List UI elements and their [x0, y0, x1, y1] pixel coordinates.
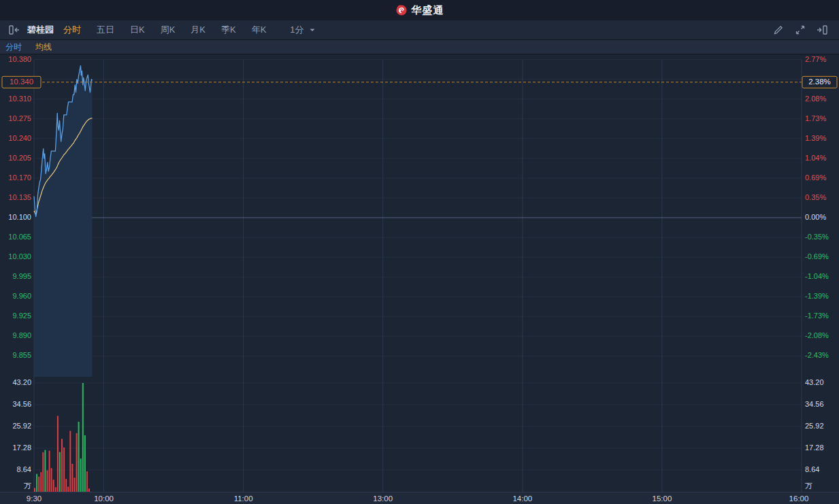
axis-label: 10.065	[8, 233, 31, 241]
period-tabs: 分时五日日K周K月K季K年K	[63, 24, 282, 36]
axis-label: 8.64	[805, 465, 819, 473]
axis-label: 17.28	[12, 443, 31, 452]
dock-right-icon[interactable]	[815, 23, 829, 37]
axis-label: 1.04%	[805, 154, 826, 162]
overlay-tab-均线[interactable]: 均线	[35, 41, 52, 53]
axis-label: 9.925	[12, 312, 31, 320]
axis-label: 10.310	[8, 95, 31, 103]
axis-label: 1.39%	[805, 134, 826, 142]
axis-label: -1.04%	[805, 272, 829, 280]
stock-name[interactable]: 碧桂园	[27, 24, 54, 36]
axis-label: 9.960	[12, 292, 31, 300]
axis-label: -1.39%	[805, 292, 829, 300]
axis-label: 10.135	[8, 193, 31, 201]
chart-toolbar: 碧桂园 分时五日日K周K月K季K年K 1分	[0, 20, 839, 40]
axis-label: 万	[24, 482, 31, 490]
axis-label: 9.890	[12, 331, 31, 339]
axis-label: -2.43%	[805, 351, 829, 359]
titlebar: 华盛通	[0, 0, 839, 20]
app-title: 华盛通	[412, 4, 444, 17]
axis-label: 2.08%	[805, 95, 826, 103]
fullscreen-icon[interactable]	[793, 23, 808, 37]
axis-label: 10.030	[8, 252, 31, 261]
chevron-down-icon	[308, 25, 317, 35]
axis-label: 34.56	[805, 400, 824, 408]
axis-label: 13:00	[373, 494, 393, 503]
intraday-chart[interactable]: 10.38010.34510.31010.27510.24010.20510.1…	[0, 54, 839, 504]
axis-label: 43.20	[12, 378, 31, 386]
tab-分时[interactable]: 分时	[63, 24, 81, 36]
interval-dropdown[interactable]: 1分	[290, 24, 316, 36]
tab-周K[interactable]: 周K	[161, 24, 176, 36]
axis-label: 1.73%	[805, 114, 826, 122]
axis-label: 16:00	[789, 494, 809, 503]
overlay-tabs: 分时均线	[0, 40, 839, 54]
axis-label: 14:00	[512, 494, 532, 503]
tab-月K[interactable]: 月K	[191, 24, 205, 36]
axis-label: 15:00	[653, 494, 672, 503]
axis-labels: 10.38010.34510.31010.27510.24010.20510.1…	[8, 55, 829, 490]
tab-年K[interactable]: 年K	[252, 24, 267, 36]
axis-label: -1.73%	[805, 312, 829, 320]
axis-label: 10.205	[8, 154, 31, 162]
current-price-badge: 10.340	[2, 76, 41, 88]
axis-label: 34.56	[12, 400, 31, 408]
axis-label: 10.275	[8, 114, 31, 122]
axis-label: 17.28	[805, 443, 824, 452]
axis-label: 10.380	[8, 55, 31, 63]
axis-label: 10.170	[8, 173, 31, 182]
gridlines	[34, 60, 802, 492]
axis-label: 25.92	[12, 422, 31, 430]
axis-label: -2.08%	[805, 331, 829, 339]
axis-label: 25.92	[805, 422, 824, 430]
tab-日K[interactable]: 日K	[130, 24, 145, 36]
axis-label: -0.69%	[805, 252, 829, 261]
axis-label: 10:00	[94, 494, 114, 503]
axis-label: 43.20	[805, 378, 824, 386]
toolbar-right-icons	[771, 23, 829, 37]
axis-label: 万	[805, 482, 812, 490]
axis-label: -0.35%	[805, 233, 829, 241]
app-logo: 华盛通	[395, 4, 444, 17]
tab-季K[interactable]: 季K	[221, 24, 236, 36]
axis-label: 10.340	[10, 78, 33, 86]
axis-label: 9.855	[12, 351, 31, 359]
axis-label: 0.00%	[805, 213, 826, 221]
axis-label: 10.100	[8, 213, 31, 221]
interval-label: 1分	[290, 24, 303, 36]
axis-label: 10.240	[8, 134, 31, 142]
draw-pencil-icon[interactable]	[771, 23, 786, 37]
axis-label: 8.64	[17, 465, 31, 473]
price-area-fill	[34, 66, 93, 377]
axis-label: 2.38%	[808, 78, 831, 86]
overlay-tab-分时[interactable]: 分时	[5, 41, 22, 53]
huashengtong-logo-icon	[395, 4, 408, 16]
tab-五日[interactable]: 五日	[97, 24, 114, 36]
time-axis-strip	[0, 492, 839, 504]
volume-bars	[34, 383, 90, 492]
current-change-badge: 2.38%	[802, 76, 837, 88]
axis-label: 0.69%	[805, 173, 826, 182]
axis-label: 11:00	[234, 494, 253, 503]
axis-label: 9:30	[27, 494, 42, 503]
axis-label: 0.35%	[805, 193, 826, 201]
axis-label: 2.77%	[805, 55, 826, 63]
collapse-panel-icon[interactable]	[7, 23, 22, 37]
axis-label: 9.995	[12, 272, 31, 280]
